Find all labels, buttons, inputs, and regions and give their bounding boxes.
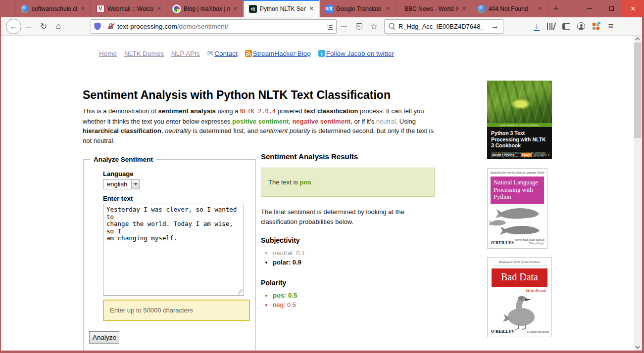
oreilly-logo: O'REILLY® xyxy=(491,240,514,245)
pinwheel-icon xyxy=(173,5,181,13)
scroll-down-icon[interactable] xyxy=(635,344,640,349)
library-button[interactable] xyxy=(544,19,559,34)
back-button[interactable]: ← xyxy=(6,19,21,34)
divider xyxy=(103,22,103,31)
tab-close-icon[interactable]: ✕ xyxy=(232,4,239,13)
translate-icon: G文 xyxy=(325,5,333,13)
window-border xyxy=(0,351,644,353)
book-authors: Steven Bird, Ewan Klein & Edward Loper xyxy=(514,238,545,245)
packt-logo: PACKT open source xyxy=(521,153,549,157)
tab-close-icon[interactable]: ✕ xyxy=(155,4,163,13)
list-item-polar: polar: 0.9 xyxy=(273,258,305,267)
twitter-icon: t xyxy=(318,50,325,57)
tab-title: Blog | maXbox | n xyxy=(184,5,230,12)
new-tab-button[interactable]: + xyxy=(548,0,563,17)
intro-paragraph: This is a demonstration of sentiment ana… xyxy=(83,106,436,145)
url-bar[interactable]: text-processing.com/demo/sentiment/ xyxy=(91,19,337,34)
language-select[interactable]: english xyxy=(103,179,140,189)
nav-link-contact[interactable]: ✉ Contact xyxy=(207,49,238,58)
nav-link-streamhacker-blog[interactable]: StreamHacker Blog xyxy=(245,50,311,57)
tab-softwareschule[interactable]: softwareschule.ch ✕ xyxy=(15,0,91,17)
extension-button[interactable] xyxy=(589,19,603,34)
tab-close-icon[interactable]: ✕ xyxy=(308,4,315,13)
account-icon xyxy=(577,22,585,30)
notification-dot xyxy=(597,21,601,25)
book-tagline: Mapping the World of Data Problems xyxy=(492,258,547,265)
webmail-icon: V xyxy=(97,5,104,13)
book-ad-nlp-with-python[interactable]: Analyzing Text with the Natural Language… xyxy=(487,168,547,249)
reload-button[interactable]: ↻ xyxy=(36,19,51,34)
list-item-neg: neg: 0.5 xyxy=(273,300,297,309)
nav-link-nlp-apis[interactable]: NLP APIs xyxy=(171,50,200,57)
url-domain: text-processing.com xyxy=(117,23,177,30)
tab-bar: softwareschule.ch ✕ V Webmail :: Welco ✕… xyxy=(0,0,644,17)
chevron-down-icon[interactable] xyxy=(131,179,140,189)
rss-icon xyxy=(245,50,252,57)
django-icon: dj xyxy=(249,5,257,13)
home-button[interactable]: ⌂ xyxy=(51,19,66,34)
url-text[interactable]: text-processing.com/demo/sentiment/ xyxy=(117,23,328,30)
analyze-button[interactable]: Analyze xyxy=(89,331,119,344)
tracking-protection-shield-icon[interactable] xyxy=(94,22,101,30)
pocket-button[interactable] xyxy=(351,19,366,34)
tab-webmail[interactable]: V Webmail :: Welco ✕ xyxy=(91,0,167,17)
tab-404-not-found[interactable]: 404 Not Found ✕ xyxy=(472,0,548,17)
sidebar-toggle-button[interactable] xyxy=(559,19,574,34)
globe-icon xyxy=(478,5,486,13)
maximize-button[interactable] xyxy=(600,0,622,17)
search-go-button[interactable]: → xyxy=(491,22,499,31)
tab-title: Python NLTK Sen xyxy=(260,5,306,12)
book-tagline: Analyzing Text with the Natural Language… xyxy=(488,169,547,174)
book-ad-bad-data-handbook[interactable]: Mapping the World of Data Problems Bad D… xyxy=(487,257,552,337)
result-summary-box: The text is pos. xyxy=(261,168,435,197)
book-title: Bad Data xyxy=(492,268,547,287)
tab-close-icon[interactable]: ✕ xyxy=(460,4,468,13)
book-author: Jacob Perkins xyxy=(491,153,514,157)
nav-link-home[interactable]: Home xyxy=(99,50,117,57)
bookmark-star-button[interactable]: ☆ xyxy=(366,19,381,34)
page-actions-button[interactable]: ⋯ xyxy=(337,19,351,34)
account-button[interactable] xyxy=(574,19,589,34)
url-path: /demo/sentiment/ xyxy=(177,23,229,30)
tab-google-translate[interactable]: G文 Google Translate ✕ xyxy=(320,0,396,17)
subjectivity-list: neutral: 0.1 polar: 0.9 xyxy=(262,248,305,267)
page-title: Sentiment Analysis with Python NLTK Text… xyxy=(83,88,391,102)
downloads-button[interactable]: ↓ xyxy=(529,19,544,34)
tab-close-icon[interactable]: ✕ xyxy=(79,4,87,13)
vertical-scrollbar[interactable] xyxy=(634,36,642,351)
book-subtitle: Handbook xyxy=(488,288,546,293)
scrollbar-thumb[interactable] xyxy=(634,43,642,138)
minimize-button[interactable] xyxy=(579,0,600,17)
reader-view-icon[interactable] xyxy=(328,23,333,30)
sidebar-icon xyxy=(562,23,570,30)
language-selected-value: english xyxy=(103,180,131,188)
book-authors: Q. Ethan McCallum xyxy=(527,330,549,334)
menu-button[interactable]: ≡ xyxy=(603,19,618,34)
search-input[interactable]: R_Hdg_Acc_IE00BZ4D7648_ xyxy=(398,23,491,30)
forward-button[interactable]: → xyxy=(21,19,36,34)
book-ad-nltk-cookbook[interactable]: quick answers to common problems Python … xyxy=(487,81,552,159)
nav-link-nltk-demos[interactable]: NLTK Demos xyxy=(124,50,164,57)
tab-close-icon[interactable]: ✕ xyxy=(537,4,544,13)
search-bar[interactable]: R_Hdg_Acc_IE00BZ4D7648_ → xyxy=(384,19,503,34)
list-item-neutral: neutral: 0.1 xyxy=(273,248,305,258)
insecure-lock-icon[interactable] xyxy=(107,22,114,30)
goose-illustration xyxy=(497,293,542,330)
character-limit-note: Enter up to 50000 characters xyxy=(103,300,250,321)
tab-python-nltk-active[interactable]: dj Python NLTK Sen ✕ xyxy=(244,0,320,17)
tab-close-icon[interactable]: ✕ xyxy=(384,4,392,13)
scroll-up-icon[interactable] xyxy=(635,37,640,42)
text-input[interactable]: Yesterday I was clever, so I wanted to c… xyxy=(103,204,244,296)
tab-bbc-news[interactable]: BBC News - World XM ✕ xyxy=(396,0,472,17)
list-item-pos: pos: 0.5 xyxy=(273,291,297,300)
window-controls: ✕ xyxy=(579,0,644,17)
browser-window: softwareschule.ch ✕ V Webmail :: Welco ✕… xyxy=(0,0,644,353)
nav-link-twitter[interactable]: t Follow Jacob on twitter xyxy=(318,50,394,57)
book-title: Python 3 Text Processing with NLTK 3 Coo… xyxy=(487,127,552,149)
results-explanation: The final sentiment is determined by loo… xyxy=(261,207,437,226)
tab-maxbox-blog[interactable]: Blog | maXbox | n ✕ xyxy=(167,0,244,17)
book-banner: quick answers to common problems xyxy=(487,123,552,127)
close-button[interactable]: ✕ xyxy=(622,0,644,17)
divider xyxy=(65,65,627,65)
oreilly-logo: O'REILLY® xyxy=(491,329,514,334)
